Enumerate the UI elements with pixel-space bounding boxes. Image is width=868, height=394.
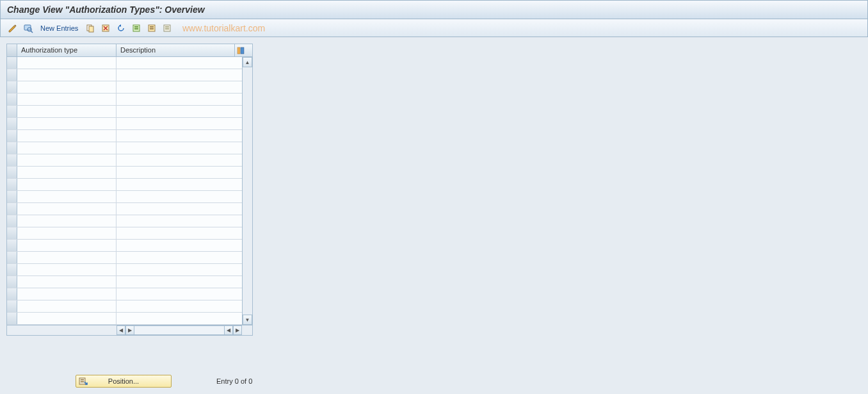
cell-auth-type[interactable] (17, 118, 117, 129)
cell-auth-type[interactable] (17, 300, 117, 312)
cell-description[interactable] (117, 154, 243, 166)
cell-auth-type[interactable] (17, 227, 117, 239)
column-header-auth-type[interactable]: Authorization type (17, 44, 117, 56)
row-selector[interactable] (7, 81, 17, 93)
cell-auth-type[interactable] (17, 130, 117, 142)
cell-description[interactable] (117, 313, 243, 324)
row-selector[interactable] (7, 264, 17, 275)
row-selector[interactable] (7, 167, 17, 178)
cell-description[interactable] (117, 288, 243, 300)
cell-auth-type[interactable] (17, 142, 117, 154)
cell-auth-type[interactable] (17, 252, 117, 263)
cell-description[interactable] (117, 227, 243, 239)
cell-description[interactable] (117, 118, 243, 129)
row-selector[interactable] (7, 118, 17, 129)
cell-auth-type[interactable] (17, 240, 117, 251)
cell-description[interactable] (117, 81, 243, 93)
cell-description[interactable] (117, 130, 243, 142)
row-selector[interactable] (7, 252, 17, 263)
cell-auth-type[interactable] (17, 264, 117, 275)
cell-description[interactable] (117, 252, 243, 263)
cell-auth-type[interactable] (17, 313, 117, 324)
row-selector[interactable] (7, 57, 17, 69)
row-selector[interactable] (7, 142, 17, 154)
cell-auth-type[interactable] (17, 276, 117, 288)
scroll-up-icon[interactable]: ▲ (243, 57, 252, 67)
column-header-description[interactable]: Description (117, 44, 235, 56)
scroll-right-icon[interactable]: ◀ (224, 325, 233, 335)
scroll-down-icon[interactable]: ▼ (243, 315, 252, 325)
row-selector[interactable] (7, 215, 17, 227)
row-selector[interactable] (7, 288, 17, 300)
row-selector[interactable] (7, 300, 17, 312)
cell-description[interactable] (117, 191, 243, 202)
svg-rect-18 (241, 47, 244, 54)
undo-change-icon[interactable] (115, 22, 127, 34)
cell-description[interactable] (117, 300, 243, 312)
row-selector[interactable] (7, 106, 17, 117)
toolbar: New Entries www.tutorialkart.com (0, 19, 868, 37)
svg-rect-13 (150, 28, 154, 29)
cell-description[interactable] (117, 264, 243, 275)
cell-auth-type[interactable] (17, 167, 117, 178)
deselect-all-icon[interactable] (161, 22, 173, 34)
svg-rect-12 (150, 26, 154, 28)
cell-auth-type[interactable] (17, 203, 117, 215)
svg-rect-20 (81, 379, 84, 381)
cell-auth-type[interactable] (17, 288, 117, 300)
cell-auth-type[interactable] (17, 81, 117, 93)
table-row (7, 300, 252, 313)
scroll-track[interactable] (134, 325, 224, 335)
cell-auth-type[interactable] (17, 57, 117, 69)
row-selector[interactable] (7, 240, 17, 251)
table-row (7, 313, 252, 325)
row-selector[interactable] (7, 130, 17, 142)
watermark-text: www.tutorialkart.com (182, 23, 265, 33)
cell-description[interactable] (117, 276, 243, 288)
row-selector[interactable] (7, 313, 17, 324)
cell-auth-type[interactable] (17, 215, 117, 227)
select-all-icon[interactable] (131, 22, 142, 34)
scroll-left-start-icon[interactable]: ◀ (117, 325, 125, 335)
row-selector[interactable] (7, 227, 17, 239)
row-selector[interactable] (7, 191, 17, 202)
find-icon[interactable] (22, 22, 34, 34)
row-selector[interactable] (7, 276, 17, 288)
cell-auth-type[interactable] (17, 179, 117, 190)
row-selector[interactable] (7, 203, 17, 215)
delete-icon[interactable] (100, 22, 111, 34)
row-selector[interactable] (7, 69, 17, 81)
cell-auth-type[interactable] (17, 191, 117, 202)
scroll-left-icon[interactable]: ▶ (125, 325, 134, 335)
cell-auth-type[interactable] (17, 94, 117, 105)
row-selector-header[interactable] (7, 44, 17, 56)
table-row (7, 227, 252, 240)
table-row (7, 191, 252, 203)
scroll-right-end-icon[interactable]: ▶ (233, 325, 242, 335)
cell-description[interactable] (117, 57, 243, 69)
copy-as-icon[interactable] (84, 22, 96, 34)
table-settings-icon[interactable] (235, 44, 246, 56)
cell-description[interactable] (117, 167, 243, 178)
select-block-icon[interactable] (146, 22, 157, 34)
table-row (7, 142, 252, 154)
position-button[interactable]: Position... (76, 375, 172, 388)
new-entries-button[interactable]: New Entries (38, 24, 81, 32)
cell-auth-type[interactable] (17, 154, 117, 166)
cell-auth-type[interactable] (17, 69, 117, 81)
cell-description[interactable] (117, 179, 243, 190)
vertical-scrollbar[interactable]: ▲ ▼ (242, 57, 252, 325)
row-selector[interactable] (7, 154, 17, 166)
cell-description[interactable] (117, 240, 243, 251)
row-selector[interactable] (7, 179, 17, 190)
cell-description[interactable] (117, 69, 243, 81)
cell-description[interactable] (117, 142, 243, 154)
svg-rect-16 (165, 28, 169, 29)
cell-description[interactable] (117, 106, 243, 117)
cell-auth-type[interactable] (17, 106, 117, 117)
row-selector[interactable] (7, 94, 17, 105)
toggle-display-change-icon[interactable] (7, 22, 19, 34)
cell-description[interactable] (117, 203, 243, 215)
cell-description[interactable] (117, 94, 243, 105)
cell-description[interactable] (117, 215, 243, 227)
